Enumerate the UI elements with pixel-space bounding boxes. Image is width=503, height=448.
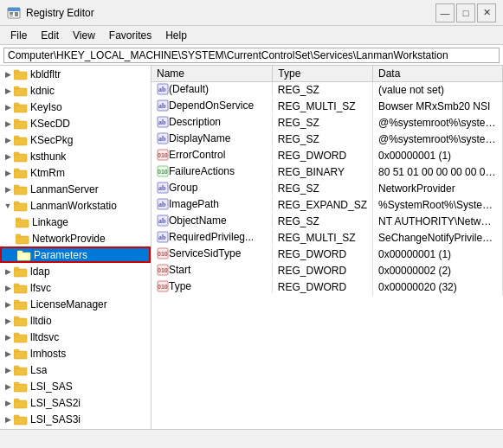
table-row[interactable]: ab DependOnServiceREG_MULTI_SZBowser MRx… [152,99,503,115]
tree-item-lfsvc[interactable]: lfsvc [0,279,151,296]
cell-data: 0x00000001 (1) [373,148,503,164]
tree-label-ldap: ldap [30,266,50,278]
svg-rect-17 [14,170,27,178]
expander-ksthunk[interactable] [0,150,14,163]
expander-lltdio[interactable] [0,314,14,328]
tree-item-KSecDD[interactable]: KSecDD [0,115,151,131]
expander-KtmRm[interactable] [0,166,14,180]
main-content: kbldfltr kdnic KeyIso KSecDD KSecPkg kst… [0,66,503,429]
expander-lfsvc[interactable] [0,281,14,295]
folder-icon-lltdsvc [14,331,28,343]
expander-LSI_SSS[interactable] [0,429,14,430]
table-row[interactable]: 010 ErrorControlREG_DWORD0x00000001 (1) [152,148,503,164]
svg-rect-8 [14,86,19,89]
tree-item-LanmanServer[interactable]: LanmanServer [0,181,151,197]
expander-LicenseManager[interactable] [0,298,14,311]
svg-rect-10 [14,103,19,106]
tree-item-ldap[interactable]: ldap [0,263,151,279]
expander-Lsa[interactable] [0,363,14,377]
tree-item-lltdsvc[interactable]: lltdsvc [0,329,151,345]
reg-sz-icon: ab [157,132,169,144]
tree-item-LicenseManager[interactable]: LicenseManager [0,296,151,312]
tree-label-LanmanWorkstation: LanmanWorkstatio [30,200,117,212]
tree-item-NetworkProvider[interactable]: NetworkProvide [0,230,151,246]
tree-item-lmhosts[interactable]: lmhosts [0,345,151,362]
reg-sz-icon: ab [157,231,169,243]
reg-sz-icon: ab [157,116,169,128]
tree-item-LSI_SSS[interactable]: LSI_SSS [0,427,151,429]
svg-rect-36 [14,317,19,319]
expander-kbldfltr[interactable] [0,67,14,81]
table-row[interactable]: 010 StartREG_DWORD0x00000002 (2) [152,263,503,279]
reg-dword-icon: 010 [157,280,169,292]
tree-item-KtmRm[interactable]: KtmRm [0,164,151,181]
svg-text:ab: ab [158,184,166,192]
tree-item-Parameters[interactable]: Parameters [0,246,151,263]
table-row[interactable]: 010 FailureActionsREG_BINARY80 51 01 00 … [152,164,503,181]
minimize-button[interactable]: — [435,3,455,22]
expander-KSecDD[interactable] [0,117,14,131]
table-row[interactable]: ab DisplayNameREG_SZ@%systemroot%\system… [152,131,503,148]
entry-name: (Default) [169,83,209,95]
title-text: Registry Editor [26,7,94,19]
table-row[interactable]: ab ImagePathREG_EXPAND_SZ%SystemRoot%\Sy… [152,197,503,214]
svg-rect-1 [8,8,20,11]
tree-item-LSI_SAS[interactable]: LSI_SAS [0,378,151,394]
table-row[interactable]: 010 ServiceSidTypeREG_DWORD0x00000001 (1… [152,246,503,263]
entry-name: ErrorControl [169,149,225,161]
expander-LanmanWorkstation[interactable] [0,199,14,213]
col-type: Type [273,66,373,82]
table-row[interactable]: ab RequiredPrivileg...REG_MULTI_SZSeChan… [152,230,503,246]
expander-LanmanServer[interactable] [0,182,14,196]
menu-file[interactable]: File [3,28,34,43]
expander-lmhosts[interactable] [0,347,14,361]
expander-LSI_SAS[interactable] [0,380,14,394]
reg-dword-icon: 010 [157,149,169,161]
tree-item-KeyIso[interactable]: KeyIso [0,99,151,115]
expander-KSecPkg[interactable] [0,133,14,147]
entry-name: Description [169,116,221,128]
table-row[interactable]: ab DescriptionREG_SZ@%systemroot%\system… [152,115,503,131]
expander-KeyIso[interactable] [0,100,14,114]
tree-label-lmhosts: lmhosts [30,348,66,360]
tree-item-ksthunk[interactable]: ksthunk [0,148,151,164]
table-row[interactable]: ab ObjectNameREG_SZNT AUTHORITY\NetworkS… [152,214,503,230]
tree-label-NetworkProvider: NetworkProvide [32,233,106,245]
svg-rect-31 [14,285,27,293]
menu-favorites[interactable]: Favorites [102,28,158,43]
svg-text:ab: ab [158,217,166,225]
cell-type: REG_SZ [273,82,373,99]
tree-item-kdnic[interactable]: kdnic [0,82,151,99]
tree-item-lltdio[interactable]: lltdio [0,312,151,329]
expander-ldap[interactable] [0,265,14,278]
table-row[interactable]: ab GroupREG_SZNetworkProvider [152,181,503,197]
expander-kdnic[interactable] [0,84,14,98]
close-button[interactable]: ✕ [477,3,496,22]
menu-view[interactable]: View [66,28,102,43]
svg-rect-18 [14,169,19,171]
tree-item-kbldfltr[interactable]: kbldfltr [0,66,151,82]
folder-icon-LSI_SAS3i [14,413,28,426]
menu-edit[interactable]: Edit [34,28,66,43]
maximize-button[interactable]: □ [456,3,475,22]
title-left: Registry Editor [7,6,94,20]
tree-item-LSI_SAS3i[interactable]: LSI_SAS3i [0,411,151,427]
menu-help[interactable]: Help [158,28,194,43]
tree-item-LanmanWorkstation[interactable]: LanmanWorkstatio [0,197,151,214]
svg-rect-4 [15,12,18,16]
cell-data: 0x00000001 (1) [373,246,503,263]
cell-data: Bowser MRxSmb20 NSI [373,99,503,115]
address-input[interactable] [3,48,500,63]
tree-item-Lsa[interactable]: Lsa [0,362,151,378]
cell-type: REG_SZ [273,131,373,148]
tree-item-LSI_SAS2i[interactable]: LSI_SAS2i [0,394,151,411]
expander-lltdsvc[interactable] [0,330,14,344]
entry-name: ServiceSidType [169,247,241,259]
table-row[interactable]: 010 TypeREG_DWORD0x00000020 (32) [152,279,503,296]
tree-item-Linkage[interactable]: Linkage [0,214,151,230]
table-row[interactable]: ab (Default)REG_SZ(value not set) [152,82,503,99]
tree-item-KSecPkg[interactable]: KSecPkg [0,131,151,148]
cell-name: ab (Default) [152,82,273,96]
expander-LSI_SAS3i[interactable] [0,413,14,426]
expander-LSI_SAS2i[interactable] [0,396,14,410]
